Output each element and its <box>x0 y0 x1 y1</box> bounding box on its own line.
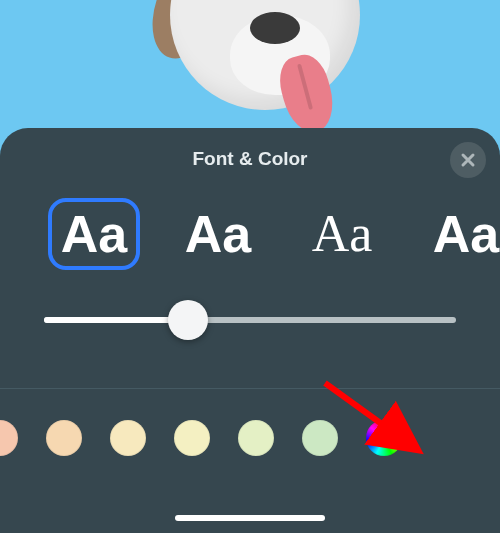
font-size-slider[interactable] <box>44 300 456 340</box>
font-sample-label: Aa <box>312 208 373 260</box>
color-wheel-button[interactable] <box>366 420 402 456</box>
color-swatch-pale-green[interactable] <box>238 420 274 456</box>
close-icon <box>460 152 476 168</box>
slider-fill <box>44 317 188 323</box>
screen: Font & Color AaAaAaAa <box>0 0 500 533</box>
font-option-0[interactable]: Aa <box>48 198 140 270</box>
color-swatch-cream-yellow[interactable] <box>174 420 210 456</box>
font-option-1[interactable]: Aa <box>172 198 264 270</box>
font-options-row: AaAaAaAa <box>0 190 500 270</box>
color-swatch-peach[interactable] <box>0 420 18 456</box>
close-button[interactable] <box>450 142 486 178</box>
font-option-2[interactable]: Aa <box>296 198 388 270</box>
sheet-title: Font & Color <box>192 148 307 170</box>
avatar-nose <box>250 12 300 44</box>
color-swatch-row <box>0 413 500 463</box>
font-sample-label: Aa <box>433 208 499 260</box>
color-swatch-mint[interactable] <box>302 420 338 456</box>
color-swatch-pale-yellow[interactable] <box>110 420 146 456</box>
font-color-sheet: Font & Color AaAaAaAa <box>0 128 500 533</box>
font-sample-label: Aa <box>185 208 251 260</box>
sheet-header: Font & Color <box>0 128 500 190</box>
font-sample-label: Aa <box>61 208 127 260</box>
font-option-3[interactable]: Aa <box>420 198 500 270</box>
section-divider <box>0 388 500 389</box>
slider-thumb[interactable] <box>168 300 208 340</box>
color-swatch-light-orange[interactable] <box>46 420 82 456</box>
home-indicator[interactable] <box>175 515 325 521</box>
